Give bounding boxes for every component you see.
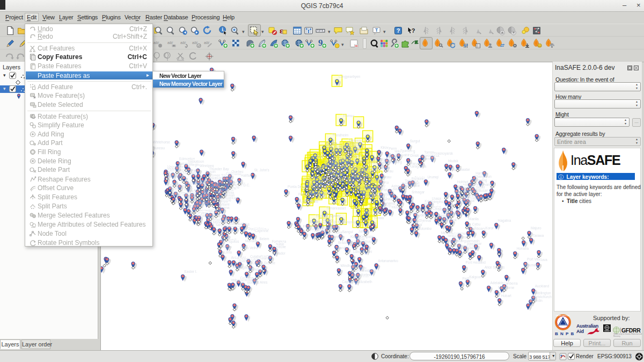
svg-text:Tyumen: Tyumen bbox=[400, 149, 413, 153]
svg-text:Whitehorse: Whitehorse bbox=[153, 140, 171, 144]
svg-text:Belem: Belem bbox=[260, 237, 269, 241]
svg-text:Barnaul: Barnaul bbox=[423, 157, 435, 161]
svg-text:Antananarivo: Antananarivo bbox=[378, 259, 398, 263]
svg-text:Orenburg: Orenburg bbox=[387, 160, 402, 164]
svg-text:Adelaide: Adelaide bbox=[491, 281, 504, 285]
svg-text:Antalya: Antalya bbox=[357, 186, 369, 191]
svg-text:Hobart: Hobart bbox=[501, 294, 511, 298]
svg-text:Columbia: Columbia bbox=[219, 191, 234, 194]
svg-text:Campo Grande: Campo Grande bbox=[252, 261, 275, 265]
svg-text:Manila: Manila bbox=[469, 217, 479, 221]
svg-text:Honiara: Honiara bbox=[517, 247, 529, 250]
svg-text:Lima: Lima bbox=[224, 250, 232, 254]
svg-text:Tomsk: Tomsk bbox=[424, 150, 434, 154]
svg-text:Srinagar: Srinagar bbox=[412, 190, 425, 194]
svg-text:Niamey: Niamey bbox=[322, 218, 334, 222]
svg-text:Isfahan: Isfahan bbox=[383, 192, 394, 196]
svg-text:c: c bbox=[208, 40, 210, 44]
svg-text:Perm: Perm bbox=[389, 147, 397, 150]
svg-text:i: i bbox=[222, 27, 223, 32]
svg-text:Easter I.: Easter I. bbox=[185, 270, 197, 273]
svg-text:Reno: Reno bbox=[172, 182, 180, 186]
svg-text:Ashgabat: Ashgabat bbox=[391, 184, 406, 189]
svg-text:Melbourne: Melbourne bbox=[498, 286, 515, 289]
svg-text:St. John's: St. John's bbox=[254, 168, 269, 172]
svg-text:Bangkok: Bangkok bbox=[443, 218, 457, 222]
svg-text:Kherson: Kherson bbox=[360, 170, 372, 173]
svg-text:Auckland: Auckland bbox=[535, 284, 550, 288]
svg-text:Alice Springs: Alice Springs bbox=[485, 265, 504, 270]
svg-text:Longyearbyen: Longyearbyen bbox=[339, 75, 361, 79]
svg-text:Shiraz: Shiraz bbox=[384, 197, 394, 201]
svg-text:Natal: Natal bbox=[276, 242, 284, 246]
svg-text:Busan: Busan bbox=[479, 189, 489, 192]
svg-text:Belmopan: Belmopan bbox=[210, 214, 225, 218]
svg-text:Halifax: Halifax bbox=[241, 173, 252, 177]
svg-text:Juba: Juba bbox=[358, 229, 366, 233]
svg-text:Bloemfontein: Bloemfontein bbox=[352, 273, 372, 277]
svg-text:Trondheim: Trondheim bbox=[332, 133, 348, 137]
svg-text:Fresno: Fresno bbox=[172, 186, 182, 190]
svg-text:Tarawa: Tarawa bbox=[533, 234, 544, 237]
svg-text:Tromso: Tromso bbox=[343, 114, 355, 118]
svg-text:Bujumbura: Bujumbura bbox=[356, 240, 372, 244]
svg-text:Victoria: Victoria bbox=[167, 166, 179, 170]
svg-text:Omsk: Omsk bbox=[410, 154, 419, 157]
svg-text:Tamanrasset: Tamanrasset bbox=[326, 206, 346, 210]
svg-text:Manaus: Manaus bbox=[245, 239, 258, 243]
svg-text:Tampere: Tampere bbox=[349, 139, 362, 143]
svg-text:Cuiaba: Cuiaba bbox=[250, 255, 261, 258]
svg-text:Bangui: Bangui bbox=[342, 230, 353, 234]
svg-text:Noumea: Noumea bbox=[525, 263, 538, 267]
svg-text:Colombo: Colombo bbox=[418, 227, 432, 230]
svg-text:Changsha: Changsha bbox=[459, 199, 475, 203]
svg-text:Dushanbe: Dushanbe bbox=[404, 184, 420, 187]
svg-text:Chennai: Chennai bbox=[419, 219, 431, 222]
svg-text:Karaganda: Karaganda bbox=[409, 164, 427, 169]
svg-text:Denpasar: Denpasar bbox=[462, 246, 477, 250]
svg-text:Suva: Suva bbox=[539, 258, 547, 262]
svg-text:Ufa: Ufa bbox=[389, 154, 394, 158]
svg-text:Eugene: Eugene bbox=[167, 175, 179, 179]
svg-text:Iquitos: Iquitos bbox=[229, 240, 239, 244]
svg-text:Bishkek: Bishkek bbox=[412, 177, 424, 180]
svg-text:Majuro: Majuro bbox=[531, 226, 541, 230]
svg-text:Palembang: Palembang bbox=[449, 239, 466, 243]
svg-text:Ulaanbaatar: Ulaanbaatar bbox=[451, 168, 471, 171]
svg-text:Havana: Havana bbox=[218, 206, 230, 209]
svg-text:Urumqi: Urumqi bbox=[427, 175, 438, 179]
svg-text:Hagatna: Hagatna bbox=[498, 219, 511, 223]
svg-text:Thunder Bay: Thunder Bay bbox=[209, 167, 229, 171]
svg-text:Sanaa: Sanaa bbox=[374, 216, 384, 220]
svg-text:Aktau: Aktau bbox=[383, 175, 392, 179]
svg-text:ε: ε bbox=[280, 26, 283, 35]
svg-text:Sucre: Sucre bbox=[239, 259, 248, 263]
svg-text:Timbuktu: Timbuktu bbox=[316, 214, 330, 218]
svg-text:Kirov: Kirov bbox=[380, 146, 389, 149]
svg-text:Mandalay: Mandalay bbox=[438, 207, 453, 212]
svg-text:Riga: Riga bbox=[349, 149, 356, 154]
svg-text:Trujillo: Trujillo bbox=[222, 245, 232, 249]
svg-text:Port Elizabeth: Port Elizabeth bbox=[351, 280, 372, 284]
svg-text:Rosario: Rosario bbox=[245, 278, 257, 282]
svg-text:Yangon: Yangon bbox=[438, 214, 450, 218]
svg-text:Abuja: Abuja bbox=[328, 224, 338, 228]
svg-text:Changchun: Changchun bbox=[474, 175, 492, 179]
svg-text:Kristiansand: Kristiansand bbox=[329, 147, 348, 150]
svg-text:Maracaibo: Maracaibo bbox=[231, 222, 247, 226]
svg-text:T: T bbox=[375, 27, 378, 33]
svg-text:Tehran: Tehran bbox=[383, 188, 393, 192]
svg-text:Juneau: Juneau bbox=[153, 146, 165, 150]
svg-text:Christchurch: Christchurch bbox=[532, 295, 552, 299]
svg-text:Surgut: Surgut bbox=[410, 139, 420, 143]
svg-text:Durango: Durango bbox=[190, 205, 203, 209]
svg-text:Agadez: Agadez bbox=[329, 214, 341, 218]
svg-text:Irkutsk: Irkutsk bbox=[448, 159, 459, 163]
svg-text:c: c bbox=[172, 40, 173, 44]
svg-text:Canberra: Canberra bbox=[503, 281, 518, 285]
svg-text:Windhoek: Windhoek bbox=[340, 264, 356, 267]
svg-text:Libreville: Libreville bbox=[331, 235, 345, 238]
svg-text:Hohhot: Hohhot bbox=[457, 180, 469, 184]
svg-text:BADAN NASIONAL: BADAN NASIONAL bbox=[556, 315, 570, 317]
svg-text:Port Vila: Port Vila bbox=[527, 257, 540, 261]
